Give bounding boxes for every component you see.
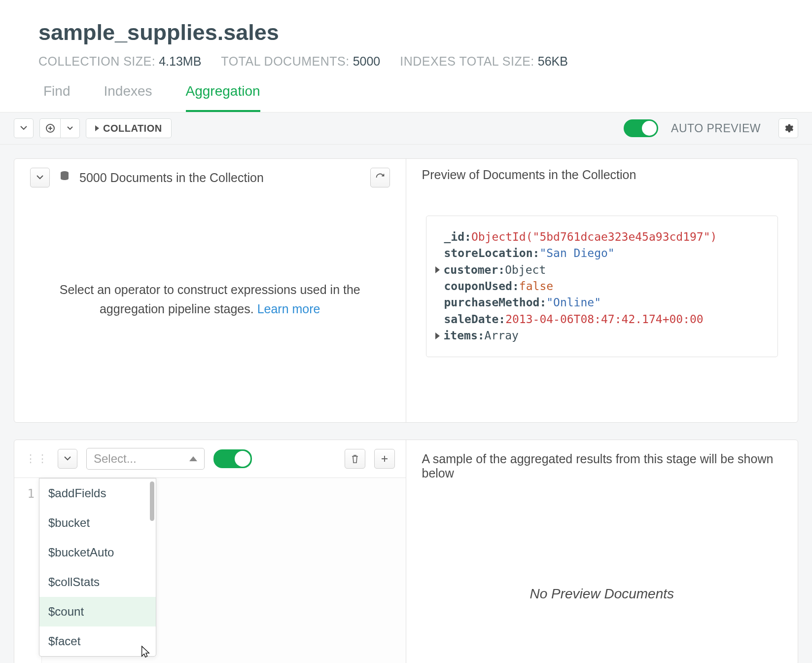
expand-icon[interactable]	[435, 266, 440, 273]
stage-editor[interactable]: $addFields $bucket $bucketAuto $collStat…	[42, 478, 406, 663]
collection-size-value: 4.13MB	[159, 54, 201, 68]
auto-preview-toggle[interactable]	[624, 119, 658, 137]
pipeline-stage-card: ⋮⋮ Select... 1	[14, 440, 798, 663]
operator-option[interactable]: $bucket	[39, 508, 156, 538]
toggle-knob	[642, 121, 657, 136]
operator-option[interactable]: $collStats	[39, 567, 156, 597]
stage-enabled-toggle[interactable]	[213, 449, 252, 468]
toggle-knob	[235, 451, 250, 467]
collection-tabs: Find Indexes Aggregation	[0, 83, 812, 112]
collation-button[interactable]: COLLATION	[86, 118, 172, 138]
indexes-size-label: INDEXES TOTAL SIZE:	[400, 54, 534, 68]
add-stage-dropdown[interactable]	[60, 118, 80, 138]
document-preview: _id:ObjectId("5bd761dcae323e45a93cd197")…	[426, 216, 778, 357]
total-documents-label: TOTAL DOCUMENTS:	[221, 54, 349, 68]
add-stage-after-button[interactable]	[374, 449, 395, 469]
gear-icon	[783, 123, 794, 134]
indexes-size-value: 56KB	[538, 54, 568, 68]
auto-preview-label: AUTO PREVIEW	[671, 122, 761, 135]
caret-down-icon	[67, 126, 73, 130]
collection-stats: COLLECTION SIZE: 4.13MB TOTAL DOCUMENTS:…	[0, 54, 812, 83]
operator-option[interactable]: $count	[39, 597, 156, 626]
tab-find[interactable]: Find	[43, 83, 70, 112]
expand-icon[interactable]	[435, 332, 440, 339]
operator-option[interactable]: $addFields	[39, 479, 156, 508]
chevron-down-icon	[36, 175, 43, 180]
stage-preview-title: A sample of the aggregated results from …	[406, 440, 798, 492]
add-stage-button[interactable]	[39, 118, 60, 138]
learn-more-link[interactable]: Learn more	[257, 302, 320, 316]
operator-option[interactable]: $bucketAuto	[39, 538, 156, 567]
chevron-down-icon	[64, 456, 71, 461]
operator-options-dropdown: $addFields $bucket $bucketAuto $collStat…	[39, 478, 156, 657]
collapse-stage-button[interactable]	[58, 449, 77, 469]
page-title: sample_supplies.sales	[0, 0, 812, 54]
total-documents-value: 5000	[353, 54, 381, 68]
tab-indexes[interactable]: Indexes	[104, 83, 152, 112]
no-preview-message: No Preview Documents	[406, 492, 798, 602]
refresh-icon	[375, 173, 385, 183]
pipeline-menu-button[interactable]	[14, 118, 34, 138]
stage-operator-select[interactable]: Select...	[86, 448, 205, 470]
chevron-down-icon	[20, 126, 27, 131]
preview-title: Preview of Documents in the Collection	[422, 168, 636, 182]
caret-up-icon	[189, 456, 197, 461]
operator-option[interactable]: $facet	[39, 626, 156, 656]
documents-count-title: 5000 Documents in the Collection	[79, 171, 264, 185]
scrollbar-thumb[interactable]	[150, 481, 154, 521]
stage-select-placeholder: Select...	[94, 452, 137, 466]
collapse-docs-button[interactable]	[30, 168, 50, 187]
collation-label: COLLATION	[103, 123, 162, 134]
plus-icon	[381, 455, 388, 463]
editor-gutter: 1	[14, 478, 42, 663]
operator-hint: Select an operator to construct expressi…	[14, 196, 406, 422]
documents-preview-card: 5000 Documents in the Collection Select …	[14, 158, 798, 423]
refresh-button[interactable]	[370, 168, 390, 187]
delete-stage-button[interactable]	[345, 449, 365, 469]
plus-circle-icon	[46, 124, 55, 133]
tab-aggregation[interactable]: Aggregation	[186, 83, 260, 112]
settings-button[interactable]	[778, 118, 798, 138]
aggregation-toolbar: COLLATION AUTO PREVIEW	[0, 112, 812, 145]
trash-icon	[351, 454, 359, 464]
drag-handle-icon[interactable]: ⋮⋮	[25, 452, 49, 465]
database-icon	[59, 170, 71, 185]
collection-size-label: COLLECTION SIZE:	[38, 54, 155, 68]
caret-right-icon	[95, 125, 99, 131]
